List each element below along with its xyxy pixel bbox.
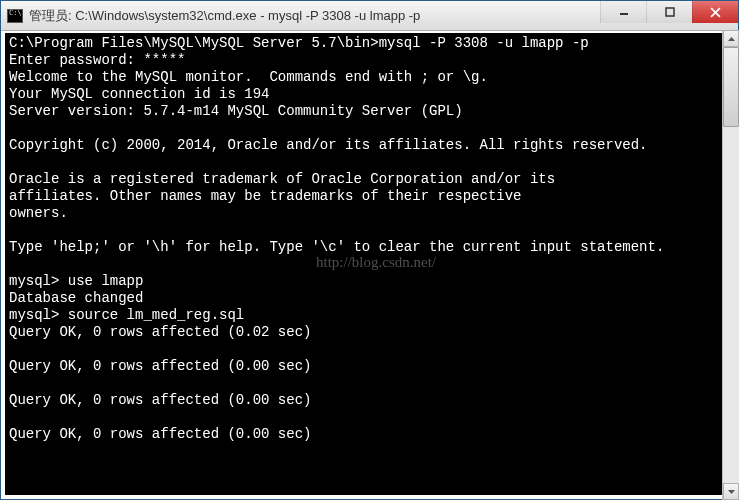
terminal-output[interactable]: C:\Program Files\MySQL\MySQL Server 5.7\… bbox=[1, 31, 738, 499]
maximize-icon bbox=[665, 7, 675, 17]
minimize-icon bbox=[619, 7, 629, 17]
terminal-line: Your MySQL connection id is 194 bbox=[9, 86, 730, 103]
terminal-line: mysql> use lmapp bbox=[9, 273, 730, 290]
terminal-line: Enter password: ***** bbox=[9, 52, 730, 69]
terminal-line bbox=[9, 341, 730, 358]
scroll-up-button[interactable] bbox=[723, 30, 739, 47]
terminal-line: owners. bbox=[9, 205, 730, 222]
terminal-line: Copyright (c) 2000, 2014, Oracle and/or … bbox=[9, 137, 730, 154]
terminal-line bbox=[9, 409, 730, 426]
minimize-button[interactable] bbox=[600, 1, 646, 23]
close-icon bbox=[710, 7, 721, 18]
vertical-scrollbar[interactable] bbox=[722, 30, 739, 500]
scroll-thumb[interactable] bbox=[723, 47, 739, 127]
cmd-window: 管理员: C:\Windows\system32\cmd.exe - mysql… bbox=[0, 0, 739, 500]
terminal-line: Server version: 5.7.4-m14 MySQL Communit… bbox=[9, 103, 730, 120]
terminal-line bbox=[9, 154, 730, 171]
svg-marker-5 bbox=[728, 490, 735, 494]
scroll-down-button[interactable] bbox=[723, 483, 739, 500]
terminal-line bbox=[9, 120, 730, 137]
chevron-down-icon bbox=[728, 490, 735, 494]
svg-marker-4 bbox=[728, 37, 735, 41]
terminal-line: Query OK, 0 rows affected (0.00 sec) bbox=[9, 392, 730, 409]
terminal-line: affiliates. Other names may be trademark… bbox=[9, 188, 730, 205]
terminal-line: mysql> source lm_med_reg.sql bbox=[9, 307, 730, 324]
maximize-button[interactable] bbox=[646, 1, 692, 23]
terminal-line bbox=[9, 222, 730, 239]
terminal-line: Oracle is a registered trademark of Orac… bbox=[9, 171, 730, 188]
scroll-track[interactable] bbox=[723, 47, 739, 483]
terminal-line: Database changed bbox=[9, 290, 730, 307]
svg-rect-1 bbox=[666, 8, 674, 16]
window-controls bbox=[600, 1, 738, 30]
terminal-line: Query OK, 0 rows affected (0.02 sec) bbox=[9, 324, 730, 341]
window-title: 管理员: C:\Windows\system32\cmd.exe - mysql… bbox=[29, 7, 600, 25]
terminal-line: Query OK, 0 rows affected (0.00 sec) bbox=[9, 426, 730, 443]
terminal-line: C:\Program Files\MySQL\MySQL Server 5.7\… bbox=[9, 35, 730, 52]
terminal-line bbox=[9, 375, 730, 392]
titlebar[interactable]: 管理员: C:\Windows\system32\cmd.exe - mysql… bbox=[1, 1, 738, 31]
terminal-line: Type 'help;' or '\h' for help. Type '\c'… bbox=[9, 239, 730, 256]
terminal-line: Query OK, 0 rows affected (0.00 sec) bbox=[9, 358, 730, 375]
close-button[interactable] bbox=[692, 1, 738, 23]
terminal-line: Welcome to the MySQL monitor. Commands e… bbox=[9, 69, 730, 86]
cmd-icon bbox=[7, 9, 23, 23]
terminal-line bbox=[9, 256, 730, 273]
chevron-up-icon bbox=[728, 37, 735, 41]
